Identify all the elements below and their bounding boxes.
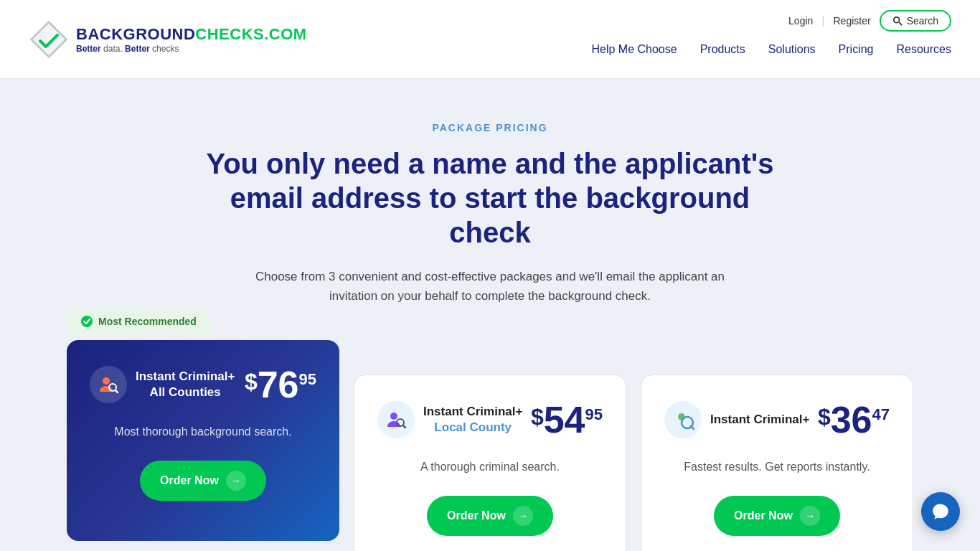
card-1-header: Instant Criminal+ All Counties $7695 [90,366,316,403]
recommended-badge: Most Recommended [67,310,211,333]
svg-point-0 [893,17,899,23]
header: Login | Register Search BACKGROUNDCHECKS… [0,0,980,79]
card-2-price: $5495 [531,401,603,438]
cards-row: Most Recommended Instant Criminal [29,340,951,551]
card-2-title-area: Instant Criminal+ Local County [377,401,522,438]
card-2-price-cents: 95 [585,407,603,423]
logo-area[interactable]: BACKGROUNDCHECKS.COM Better data. Better… [29,19,307,60]
card-3-title-area: Instant Criminal+ [664,401,809,438]
svg-point-13 [678,413,685,420]
nav-help-me-choose[interactable]: Help Me Choose [591,43,677,56]
tagline-checks: checks [152,44,179,54]
card-1-price-dollar: $ [245,370,258,393]
card-3-order-label: Order Now [734,509,793,522]
card-1-price: $7695 [245,366,316,403]
card-1-price-main: 76 [258,366,299,403]
svg-line-1 [899,22,902,25]
card-3-header: Instant Criminal+ $3647 [664,401,890,438]
chat-button[interactable] [921,492,960,531]
card-1-icon [90,366,127,403]
svg-point-5 [103,377,110,385]
card-instant-criminal-all-counties: Most Recommended Instant Criminal [67,340,339,541]
card-3-price-cents: 47 [872,407,890,423]
logo-bg: BACKGROUND [76,25,195,43]
check-icon [81,316,93,327]
svg-line-12 [691,426,694,429]
card-1-arrow-icon: → [226,471,246,491]
main-nav: Help Me Choose Products Solutions Pricin… [591,43,951,56]
card-3-title: Instant Criminal+ [710,412,809,428]
svg-line-10 [403,425,405,428]
card-1-title-area: Instant Criminal+ All Counties [90,366,235,403]
card-3-order-button[interactable]: Order Now → [714,496,840,536]
login-link[interactable]: Login [788,15,813,27]
svg-marker-3 [32,22,66,57]
card-1-desc: Most thorough background search. [90,423,316,441]
tagline-data: data. [103,44,123,54]
card-2-arrow-icon: → [513,506,533,526]
hero-section: Package Pricing You only need a name and… [0,79,980,551]
svg-point-8 [390,413,397,420]
package-pricing-label: Package Pricing [29,122,951,133]
nav-products[interactable]: Products [700,43,745,56]
svg-line-7 [116,390,118,392]
card-instant-criminal-plus: Instant Criminal+ $3647 Fastest results.… [641,375,913,551]
card-instant-criminal-local-county: Instant Criminal+ Local County $5495 A t… [354,375,626,551]
tagline-better1: Better [76,44,101,54]
hero-title: You only need a name and the applicant's… [196,146,784,250]
card-3-price-main: 36 [831,401,872,438]
card-1-price-cents: 95 [299,372,316,387]
divider: | [821,14,824,27]
logo-icon [29,19,69,60]
card-2-order-label: Order Now [447,509,506,522]
card-1-title: Instant Criminal+ All Counties [136,369,235,400]
card-2-title: Instant Criminal+ Local County [423,404,522,435]
chat-icon [931,502,950,521]
logo-tagline: Better data. Better checks [76,44,307,54]
card-2-order-button[interactable]: Order Now → [427,496,553,536]
card-3-price-dollar: $ [818,405,831,428]
tagline-better2: Better [125,44,150,54]
card-1-order-label: Order Now [160,474,219,487]
card-2-price-dollar: $ [531,405,544,428]
nav-solutions[interactable]: Solutions [768,43,816,56]
register-link[interactable]: Register [834,15,871,27]
card-1-order-button[interactable]: Order Now → [140,461,266,501]
card-3-icon [664,401,702,438]
search-label: Search [907,15,938,27]
logo-checks: CHECKS.COM [195,25,306,43]
recommended-label: Most Recommended [98,316,197,327]
card-3-price: $3647 [818,401,890,438]
search-icon [892,16,903,26]
card-3-arrow-icon: → [800,506,820,526]
card-2-desc: A thorough criminal search. [377,458,603,476]
card-2-price-main: 54 [544,401,585,438]
search-button[interactable]: Search [880,10,951,32]
logo-text: BACKGROUNDCHECKS.COM Better data. Better… [76,25,307,54]
criminal-local-county-icon [385,408,407,431]
header-top-right: Login | Register Search [788,10,951,32]
svg-point-4 [81,316,93,327]
criminal-all-counties-icon [97,373,120,396]
criminal-plus-icon [672,408,694,431]
nav-resources[interactable]: Resources [897,43,951,56]
nav-pricing[interactable]: Pricing [839,43,874,56]
card-2-header: Instant Criminal+ Local County $5495 [377,401,603,438]
card-3-desc: Fastest results. Get reports instantly. [664,458,890,476]
card-2-icon [377,401,415,438]
hero-subtitle: Choose from 3 convenient and cost-effect… [239,267,741,306]
